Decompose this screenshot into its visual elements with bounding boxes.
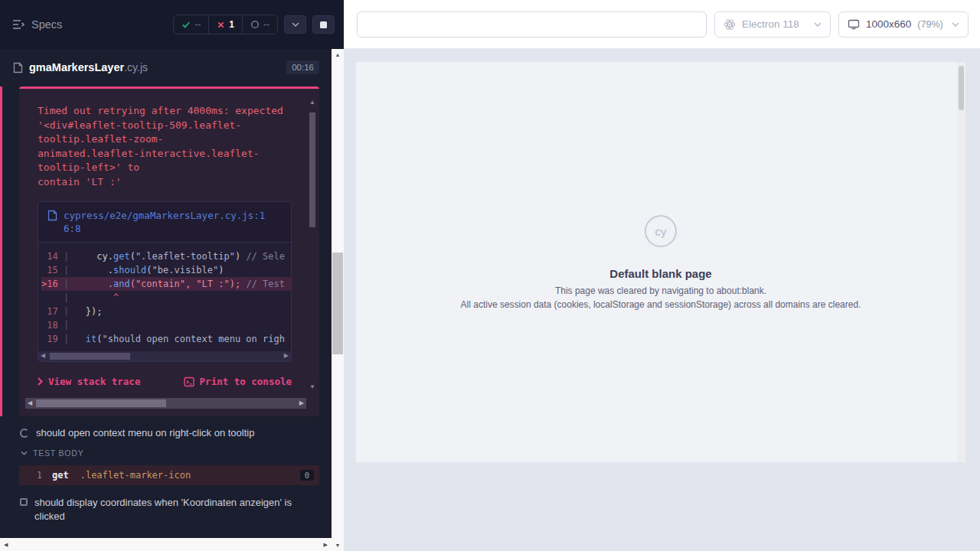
scroll-left-icon[interactable]: ◀	[4, 542, 8, 548]
error-controls: View stack trace Print to console	[38, 376, 292, 387]
view-stack-trace-button[interactable]: View stack trace	[38, 376, 140, 387]
spinner-icon	[20, 429, 29, 438]
test-body-toggle[interactable]: TEST BODY	[0, 439, 332, 458]
code-line: 18 |	[41, 318, 291, 332]
hscroll-thumb[interactable]	[36, 399, 166, 407]
specs-list-icon[interactable]	[12, 19, 24, 30]
test-title: should display coordinates when 'Koordin…	[34, 496, 295, 523]
test-body-label: TEST BODY	[33, 448, 84, 458]
check-icon	[181, 20, 191, 29]
error-panel: Timed out retrying after 4000ms: expecte…	[19, 86, 319, 416]
viewport-icon	[848, 18, 860, 31]
scroll-down-icon[interactable]: ▼	[309, 383, 315, 390]
error-message: Timed out retrying after 4000ms: expecte…	[19, 89, 319, 194]
spec-duration-badge: 00:16	[286, 60, 319, 74]
viewport-size: 1000x660	[866, 18, 911, 30]
error-message-line: Timed out retrying after 4000ms: expecte…	[38, 104, 293, 119]
chevron-down-icon	[814, 22, 822, 27]
vscroll-thumb[interactable]	[309, 112, 315, 227]
pending-square-icon	[20, 498, 28, 506]
stop-icon	[320, 21, 327, 28]
stat-pending: --	[242, 15, 277, 34]
aut-container: cy Default blank page This page was clea…	[344, 49, 980, 551]
stat-passed: --	[174, 15, 208, 34]
error-message-line: '<div#leaflet-tooltip-509.leaflet-toolti…	[38, 119, 293, 147]
code-line: 17 | });	[41, 305, 291, 318]
vscroll-thumb[interactable]	[332, 253, 343, 354]
code-frame-header: cypress/e2e/gmaMarkersLayer.cy.js:16:8	[38, 202, 291, 243]
reporter-hscrollbar[interactable]: ◀ ▶	[0, 538, 332, 551]
cypress-logo: cy	[645, 215, 677, 247]
command-method: get	[52, 470, 69, 481]
collapse-runs-button[interactable]	[284, 15, 306, 34]
pending-count: --	[263, 19, 270, 30]
stop-run-button[interactable]	[312, 15, 335, 34]
error-message-line: contain 'LT :'	[38, 175, 293, 190]
chevron-down-icon	[21, 451, 28, 455]
console-icon	[184, 377, 194, 387]
viewport-scale: (79%)	[917, 19, 942, 30]
viewport-selector[interactable]: 1000x660 (79%)	[838, 11, 969, 37]
blank-page-content: cy Default blank page This page was clea…	[356, 62, 965, 310]
error-panel-vscrollbar[interactable]: ▲ ▼	[308, 99, 317, 390]
pending-circle-icon	[250, 20, 260, 29]
scroll-right-icon[interactable]: ▶	[324, 542, 328, 548]
error-file-link[interactable]: cypress/e2e/gmaMarkersLayer.cy.js:16:8	[64, 209, 265, 235]
hscroll-thumb[interactable]	[50, 353, 130, 360]
reporter-content: gmaMarkersLayer .cy.js 00:16 Timed out r…	[0, 49, 332, 538]
scroll-right-icon[interactable]: ▶	[299, 399, 304, 406]
view-stack-trace-label: View stack trace	[48, 376, 140, 387]
scroll-up-icon[interactable]: ▲	[309, 99, 315, 106]
electron-icon	[724, 18, 736, 31]
aut-vscrollbar[interactable]	[957, 62, 965, 462]
scroll-up-icon[interactable]: ▲	[332, 52, 344, 57]
code-frame-hscrollbar[interactable]: ◀ ▶	[38, 351, 291, 361]
code-line: | ^	[41, 291, 291, 305]
failed-test-attempt: Timed out retrying after 4000ms: expecte…	[0, 86, 332, 416]
blank-page-line1: This page was cleared by navigating to a…	[356, 285, 965, 296]
test-item-pending[interactable]: should display coordinates when 'Koordin…	[0, 485, 332, 523]
code-line: 19 | it("should open context menu on rig…	[41, 332, 291, 346]
x-icon	[217, 21, 225, 29]
spec-name: gmaMarkersLayer	[29, 61, 124, 73]
vscroll-thumb[interactable]	[959, 66, 964, 110]
scroll-left-icon[interactable]: ◀	[41, 352, 45, 359]
browser-selector[interactable]: Electron 118	[714, 11, 831, 37]
specs-label[interactable]: Specs	[31, 18, 62, 31]
command-target: .leaflet-marker-icon	[80, 470, 191, 481]
command-number: 1	[19, 470, 45, 481]
spec-file-icon	[13, 62, 23, 73]
browser-label: Electron 118	[742, 18, 799, 30]
scroll-left-icon[interactable]: ◀	[28, 399, 32, 406]
scroll-down-icon[interactable]: ▼	[332, 543, 344, 548]
error-message-line: animated.leaflet-interactive.leaflet-too…	[38, 147, 293, 175]
code-line: 14 | cy.get(".leaflet-tooltip") // Sele	[41, 249, 291, 263]
url-input[interactable]	[357, 11, 707, 37]
print-to-console-button[interactable]: Print to console	[184, 376, 292, 387]
passed-count: --	[194, 19, 201, 30]
test-title: should open context menu on right-click …	[36, 427, 254, 439]
run-stats: -- 1 --	[173, 15, 278, 34]
reporter-panel: Specs -- 1 --	[0, 0, 344, 551]
chevron-down-icon	[952, 22, 959, 27]
code-line: 15 | .should("be.visible")	[41, 263, 291, 277]
command-badge: 0	[300, 470, 314, 481]
code-line: >16 | .and("contain", "LT :"); // Test	[41, 277, 291, 291]
failed-attempt-border	[0, 86, 2, 416]
blank-page-line2: All active session data (cookies, localS…	[356, 299, 965, 310]
blank-page-title: Default blank page	[356, 267, 965, 280]
code-frame: cypress/e2e/gmaMarkersLayer.cy.js:16:8 1…	[38, 201, 292, 362]
spec-header-row[interactable]: gmaMarkersLayer .cy.js 00:16	[0, 49, 332, 82]
command-log-row[interactable]: 1 get .leaflet-marker-icon 0	[19, 465, 319, 485]
code-lines: 14 | cy.get(".leaflet-tooltip") // Sele …	[38, 243, 291, 349]
test-item-running[interactable]: should open context menu on right-click …	[0, 416, 332, 439]
aut-toolbar: Electron 118 1000x660 (79%)	[344, 0, 980, 49]
aut-frame: cy Default blank page This page was clea…	[356, 62, 965, 462]
scroll-right-icon[interactable]: ▶	[284, 352, 289, 359]
error-panel-hscrollbar[interactable]: ◀ ▶	[25, 398, 306, 409]
file-icon	[47, 210, 57, 235]
main-area: Electron 118 1000x660 (79%) cy Default b…	[344, 0, 980, 551]
reporter-vscrollbar[interactable]: ▲ ▼	[332, 49, 344, 551]
spec-extension: .cy.js	[124, 61, 148, 73]
stat-failed: 1	[208, 15, 242, 34]
